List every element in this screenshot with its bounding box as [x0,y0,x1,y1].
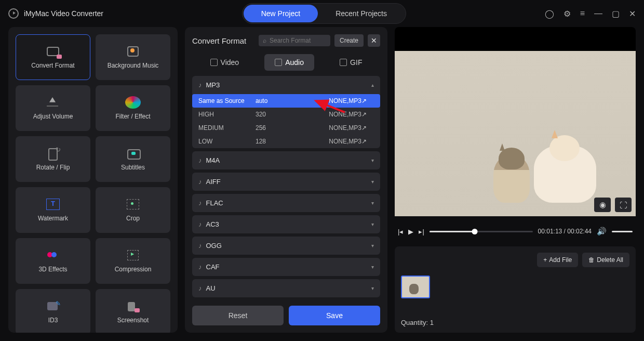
format-group-mp3: ♪MP3▴Same as SourceautoNONE,MP3↗HIGH320N… [192,76,380,148]
fullscreen-button[interactable]: ⛶ [615,198,632,212]
volume-track[interactable] [612,231,633,232]
format-group-header[interactable]: ♪CAF▾ [192,258,380,276]
play-button[interactable]: ▶ [408,228,413,235]
plus-icon: + [543,256,547,264]
music-note-icon: ♪ [198,156,202,164]
format-group-header[interactable]: ♪OGG▾ [192,237,380,255]
tool-label: Compression [115,266,152,273]
external-link-icon[interactable]: ↗ [361,97,374,104]
format-group-header[interactable]: ♪FLAC▾ [192,194,380,212]
music-note-icon: ♪ [198,178,202,186]
profile-name: HIGH [198,111,256,118]
tool-compression[interactable]: Compression [96,238,170,284]
ic-3d-icon [45,249,61,261]
format-profile-row[interactable]: MEDIUM256NONE,MP3↗ [192,121,380,135]
music-note-icon: ♪ [198,81,202,89]
tool-3d-effects[interactable]: 3D Effects [16,238,90,284]
format-group-ogg: ♪OGG▾ [192,237,380,255]
tool-background-music[interactable]: Background Music [96,34,170,80]
tool-label: Watermark [38,215,68,222]
next-button[interactable]: ▸| [419,228,424,235]
tools-panel: Convert FormatBackground MusicAdjust Vol… [8,27,178,333]
quantity-label: Quantity: 1 [401,319,629,326]
ic-bgm-icon [125,45,141,58]
gear-icon[interactable]: ⚙ [564,9,571,19]
close-window-icon[interactable]: ✕ [629,9,636,19]
external-link-icon[interactable]: ↗ [361,111,374,118]
tool-watermark[interactable]: Watermark [16,187,90,233]
tool-label: Adjust Volume [33,113,73,120]
search-format-input[interactable] [270,37,326,44]
format-name: AU [206,284,216,292]
tool-label: Filter / Effect [115,113,150,120]
minimize-icon[interactable]: — [594,9,602,18]
profile-bitrate: 320 [256,111,302,118]
preview-content [534,146,596,203]
tool-label: 3D Effects [38,266,67,273]
tool-subtitles[interactable]: Subtitles [96,136,170,182]
volume-icon[interactable]: 🔊 [597,227,607,236]
chevron-icon: ▾ [371,243,374,248]
create-button[interactable]: Create [334,34,364,47]
external-link-icon[interactable]: ↗ [361,124,374,132]
search-icon: ⌕ [263,37,266,44]
external-link-icon[interactable]: ↗ [361,138,374,145]
music-note-icon: ♪ [198,284,202,292]
profile-codec: NONE,MP3 [302,111,361,118]
prev-button[interactable]: |◂ [398,228,403,235]
profile-codec: NONE,MP3 [302,124,361,132]
file-queue: +Add File 🗑Delete All Quantity: 1 [395,246,636,333]
profile-bitrate: auto [256,97,302,104]
delete-all-button[interactable]: 🗑Delete All [582,253,629,267]
format-group-au: ♪AU▾ [192,279,380,297]
tool-rotate-flip[interactable]: Rotate / Flip [16,136,90,182]
tool-label: Background Music [108,62,159,69]
format-tab-video[interactable]: Video [200,54,250,71]
format-tab-audio[interactable]: Audio [264,54,314,71]
format-tab-gif[interactable]: GIF [329,54,372,71]
music-note-icon: ♪ [198,263,202,271]
account-icon[interactable]: ◯ [545,9,554,19]
format-group-header[interactable]: ♪AU▾ [192,279,380,297]
format-group-header[interactable]: ♪AIFF▾ [192,173,380,191]
video-canvas[interactable] [395,51,636,216]
queue-thumbnail[interactable] [401,276,430,298]
tool-label: Rotate / Flip [36,164,70,171]
trash-icon: 🗑 [588,256,595,264]
maximize-icon[interactable]: ▢ [612,9,620,19]
tool-label: ID3 [48,317,58,324]
format-name: FLAC [206,199,223,207]
tool-crop[interactable]: Crop [96,187,170,233]
chevron-icon: ▾ [371,179,374,185]
reset-button[interactable]: Reset [192,306,284,325]
tool-screenshot[interactable]: Screenshot [96,289,170,333]
hamburger-icon[interactable]: ≡ [580,9,585,18]
tool-convert-format[interactable]: Convert Format [16,34,90,80]
format-group-header[interactable]: ♪AC3▾ [192,215,380,233]
tab-new-project[interactable]: New Project [244,5,318,22]
format-group-header[interactable]: ♪MP3▴ [192,76,380,94]
add-file-button[interactable]: +Add File [537,253,578,267]
tool-filter-effect[interactable]: Filter / Effect [96,85,170,131]
tool-id3[interactable]: ID3 [16,289,90,333]
format-profile-row[interactable]: HIGH320NONE,MP3↗ [192,108,380,121]
ic-crop-icon [125,198,141,211]
tab-recent-projects[interactable]: Recent Projects [318,5,405,22]
format-profile-row[interactable]: LOW128NONE,MP3↗ [192,135,380,148]
save-button[interactable]: Save [289,306,380,325]
tool-label: Subtitles [121,164,145,171]
tool-adjust-volume[interactable]: Adjust Volume [16,85,90,131]
search-format-wrap[interactable]: ⌕ [259,35,330,46]
music-note-icon: ♪ [198,199,202,207]
close-panel-button[interactable]: ✕ [368,34,380,47]
profile-bitrate: 128 [256,138,302,145]
format-group-header[interactable]: ♪M4A▾ [192,151,380,169]
tool-label: Screenshot [117,317,149,324]
format-profile-row[interactable]: Same as SourceautoNONE,MP3↗ [192,94,380,108]
seek-track[interactable] [430,231,533,232]
time-display: 00:01:13 / 00:02:44 [538,228,592,235]
snapshot-button[interactable]: ◉ [594,198,611,212]
video-preview: ◉ ⛶ [395,27,636,216]
format-group-m4a: ♪M4A▾ [192,151,380,169]
ic-subs-icon [125,147,141,160]
